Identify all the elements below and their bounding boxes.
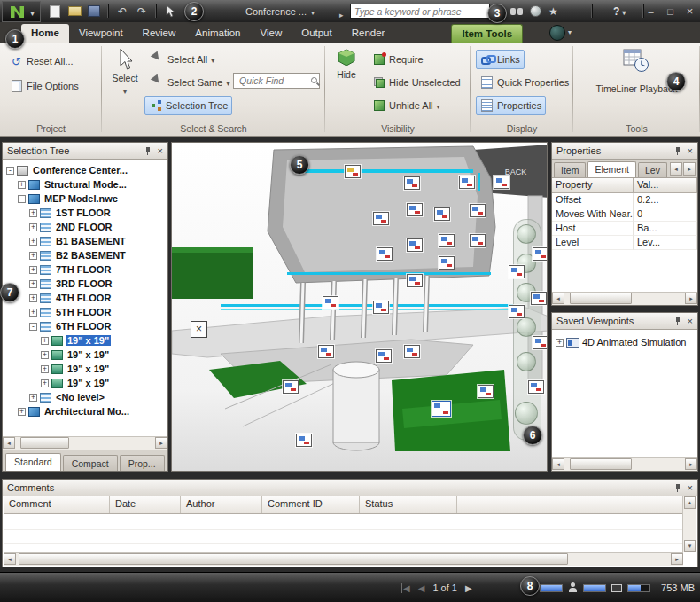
tree-item[interactable]: +Structural Mode... (3, 177, 167, 192)
link-badge[interactable] (509, 305, 525, 318)
properties-button[interactable]: Properties (476, 96, 546, 115)
tree-item[interactable]: -6TH FLOOR (3, 319, 167, 333)
navigation-sphere-icon[interactable] (515, 402, 538, 425)
link-badge[interactable] (404, 176, 420, 190)
select-all-button[interactable]: Select All (146, 50, 219, 69)
tree-expander[interactable]: + (29, 223, 37, 231)
column-author[interactable]: Author (181, 496, 262, 513)
tree-expander[interactable]: + (41, 337, 49, 345)
tab-item[interactable]: Item (554, 162, 586, 177)
link-badge[interactable] (478, 385, 494, 398)
next-sheet-button[interactable]: ▶ (465, 583, 472, 593)
tree-item[interactable]: +19" x 19" (3, 348, 167, 362)
hide-button[interactable]: Hide (331, 44, 362, 122)
tree-item[interactable]: +5TH FLOOR (3, 305, 167, 319)
binoculars-search-icon[interactable] (510, 7, 523, 16)
previous-sheet-button[interactable]: ◀ (418, 583, 425, 593)
link-badge[interactable] (407, 274, 423, 287)
select-button[interactable]: Select (107, 44, 143, 122)
maximize-button[interactable] (664, 6, 677, 17)
quick-properties-button[interactable]: Quick Properties (476, 73, 573, 92)
grid-row[interactable]: Offset0.2... (552, 193, 697, 207)
link-badge[interactable] (459, 176, 475, 189)
hide-unselected-button[interactable]: Hide Unselected (368, 73, 465, 92)
scroll-thumb[interactable] (19, 553, 568, 565)
link-badge[interactable] (377, 247, 393, 261)
tree-expander[interactable]: + (18, 181, 26, 189)
reset-all-button[interactable]: Reset All... (5, 51, 78, 71)
tree-item[interactable]: +1ST FLOOR (3, 206, 167, 220)
link-badge[interactable] (283, 380, 299, 394)
unhide-all-button[interactable]: Unhide All (368, 96, 445, 115)
link-badge[interactable] (509, 265, 525, 278)
grid-row[interactable]: LevelLev... (552, 236, 697, 250)
grid-row[interactable]: Moves With Near...0 (552, 207, 697, 222)
link-badge[interactable] (470, 234, 486, 247)
link-badge[interactable] (533, 247, 548, 261)
redo-button[interactable]: ↷ (133, 3, 151, 20)
pin-icon[interactable] (144, 146, 152, 156)
look-tool-icon[interactable] (517, 352, 536, 371)
tree-expander[interactable]: + (29, 280, 37, 288)
horizontal-scrollbar[interactable] (3, 436, 167, 450)
require-button[interactable]: Require (368, 50, 428, 69)
favorites-star-icon[interactable]: ★ (548, 6, 558, 17)
horizontal-scrollbar[interactable] (552, 457, 697, 471)
tree-item[interactable]: +B1 BASEMENT (3, 234, 167, 248)
horizontal-scrollbar[interactable] (4, 552, 683, 566)
tree-item[interactable]: +B2 BASEMENT (3, 248, 167, 262)
link-badge[interactable] (373, 212, 389, 225)
scroll-right-button[interactable] (685, 293, 697, 304)
communication-center-icon[interactable] (530, 5, 541, 17)
tree-expander[interactable]: - (18, 195, 26, 203)
tab-scroll-right-button[interactable] (683, 162, 696, 176)
column-comment[interactable]: Comment (4, 496, 110, 513)
tab-level[interactable]: Lev (638, 162, 667, 177)
tree-expander[interactable]: + (29, 294, 37, 302)
tree-expander[interactable]: + (41, 379, 49, 387)
tree-item[interactable]: -MEP Model.nwc (3, 192, 167, 206)
tab-review[interactable]: Review (133, 24, 186, 43)
links-button[interactable]: Links (476, 50, 525, 69)
link-badge[interactable] (345, 165, 361, 178)
link-badge[interactable] (373, 301, 389, 314)
scroll-left-button[interactable] (552, 458, 564, 470)
pin-icon[interactable] (673, 146, 682, 156)
tree-expander[interactable]: + (556, 339, 564, 347)
link-badge[interactable] (531, 292, 547, 305)
link-badge[interactable] (296, 434, 312, 447)
tree-expander[interactable]: + (41, 351, 49, 359)
column-comment-id[interactable]: Comment ID (262, 496, 360, 513)
application-menu-button[interactable] (2, 1, 41, 22)
tab-render[interactable]: Render (342, 24, 395, 43)
steering-wheel-icon[interactable] (517, 224, 536, 244)
link-badge[interactable] (407, 238, 423, 252)
link-badge[interactable] (533, 336, 548, 349)
scroll-thumb[interactable] (20, 437, 69, 449)
tab-animation[interactable]: Animation (185, 24, 250, 43)
tab-properties[interactable]: Prop... (120, 455, 165, 471)
close-icon[interactable]: × (688, 317, 693, 326)
keyword-search-input[interactable] (350, 4, 490, 19)
vertical-scrollbar[interactable] (682, 496, 696, 552)
tab-compact[interactable]: Compact (63, 455, 118, 471)
tree-expander[interactable]: + (29, 266, 37, 274)
tab-scroll-left-button[interactable] (670, 162, 682, 176)
column-date[interactable]: Date (110, 496, 181, 513)
tree-expander[interactable]: - (6, 167, 14, 175)
tab-view[interactable]: View (250, 24, 292, 43)
tree-expander[interactable]: + (29, 209, 37, 217)
scroll-thumb[interactable] (570, 293, 632, 304)
link-badge[interactable] (404, 345, 420, 358)
viewpoint-item[interactable]: + 4D Animated Simulation (552, 335, 697, 349)
document-title[interactable]: Conference ... (223, 0, 337, 22)
grid-row[interactable]: HostBa... (552, 222, 697, 236)
orbit-tool-icon[interactable] (517, 317, 536, 337)
horizontal-scrollbar[interactable] (552, 292, 697, 305)
first-sheet-button[interactable]: ◀ (401, 583, 410, 593)
link-badge[interactable] (439, 256, 455, 270)
scroll-left-button[interactable] (4, 553, 16, 565)
file-options-button[interactable]: File Options (5, 76, 83, 96)
tree-expander[interactable]: + (41, 365, 49, 373)
tree-item[interactable]: +19" x 19" (3, 362, 167, 376)
